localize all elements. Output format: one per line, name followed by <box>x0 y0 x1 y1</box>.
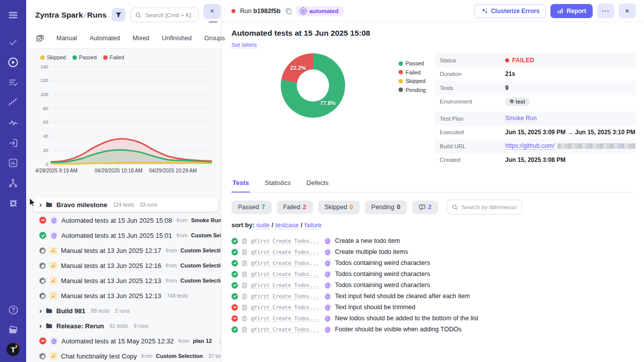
donut-legend-pending[interactable]: Pending <box>398 87 426 93</box>
test-plan-link[interactable]: Smoke Run <box>505 115 537 122</box>
folders-icon[interactable] <box>6 323 20 337</box>
test-suite-link[interactable]: @first Create Todos... <box>251 326 319 333</box>
test-suite-link[interactable]: @first Create Todos... <box>251 260 319 266</box>
pulse-icon[interactable] <box>6 116 20 130</box>
list-check-icon[interactable] <box>6 75 20 89</box>
chip-skipped[interactable]: Skipped0 <box>318 201 360 214</box>
test-suite-link[interactable]: @first Create Todos... <box>251 249 319 255</box>
runs-search[interactable] <box>130 8 199 22</box>
bar-chart-icon[interactable] <box>6 156 20 170</box>
test-row[interactable]: @first Create Todos...@Text input field … <box>231 291 636 302</box>
clusterize-errors-button[interactable]: Clusterize Errors <box>474 4 546 18</box>
detail-label: Test Plan <box>440 116 505 122</box>
mouse-cursor <box>29 198 36 207</box>
gear-icon[interactable] <box>6 196 20 210</box>
run-row[interactable]: Chat functinality test CopyfromCustom Se… <box>26 348 221 362</box>
tests-search-input[interactable] <box>461 204 517 211</box>
run-row[interactable]: Manual tests at 13 Jun 2025 12:13748 tes… <box>26 288 221 303</box>
test-suite-link[interactable]: @first Create Todos... <box>251 238 319 244</box>
steps-icon[interactable] <box>6 96 20 110</box>
chevron-right-icon[interactable]: › <box>39 322 42 329</box>
tab-tests[interactable]: Tests <box>231 177 250 193</box>
test-passed-icon <box>231 282 238 289</box>
test-row[interactable]: @first Create Todos...@Create multiple t… <box>231 246 636 257</box>
chip-comments[interactable]: 2 <box>412 201 438 214</box>
help-icon[interactable] <box>6 303 20 317</box>
chip-pending[interactable]: Pending0 <box>365 201 407 214</box>
branch-icon[interactable] <box>6 176 20 190</box>
resize-handle-icon[interactable]: ▬▬ <box>209 19 217 24</box>
report-button[interactable]: Report <box>550 4 593 18</box>
menu-icon[interactable] <box>6 8 20 22</box>
tab-statistics[interactable]: Statistics <box>264 177 292 193</box>
filter-button[interactable] <box>112 8 125 22</box>
legend-label: Passed <box>79 54 97 60</box>
import-icon[interactable] <box>6 136 20 150</box>
detail-row-environment: Environment⚙test <box>435 95 636 109</box>
trend-legend-failed[interactable]: Failed <box>103 54 124 60</box>
more-button[interactable]: ··· <box>597 4 614 18</box>
trend-legend-passed[interactable]: Passed <box>72 54 97 60</box>
donut-legend-skipped[interactable]: Skipped <box>398 78 426 84</box>
tab-defects[interactable]: Defects <box>305 177 330 193</box>
close-panel-button[interactable]: × <box>204 4 220 18</box>
run-row[interactable]: Manual tests at 13 Jun 2025 12:16fromCus… <box>26 258 221 273</box>
automated-badge[interactable]: @ automated <box>296 6 344 16</box>
runs-tab-automated[interactable]: Automated <box>90 35 120 42</box>
chip-passed[interactable]: Passed7 <box>231 201 272 214</box>
test-suite-link[interactable]: @first Create Todos... <box>251 293 319 300</box>
test-row[interactable]: @first Create Todos...@Todos containing … <box>231 268 636 280</box>
check-mark-icon[interactable] <box>6 35 20 49</box>
test-row[interactable]: @first Create Todos...@Text input should… <box>231 302 636 313</box>
test-suite-link[interactable]: @first Create Todos... <box>251 271 319 278</box>
donut-legend-failed[interactable]: Failed <box>398 69 426 75</box>
tests-search[interactable] <box>447 200 522 215</box>
build-url-value: https://github.com/ <box>505 142 636 150</box>
in-progress-status-icon <box>39 247 46 254</box>
group-runs-count: 2 runs <box>115 308 130 314</box>
runs-tab-manual[interactable]: Manual <box>56 35 77 42</box>
test-row[interactable]: @first Create Todos...@Footer should be … <box>231 324 636 335</box>
play-circle-icon[interactable] <box>6 55 20 69</box>
copy-run-id-icon[interactable] <box>285 8 292 15</box>
group-runs-count: 33 runs <box>140 202 157 208</box>
breadcrumb-project[interactable]: Zyntra Spark <box>35 11 83 19</box>
run-row-title: Automated tests at 15 May 2025 12:32 <box>61 337 174 345</box>
run-row[interactable]: @Automated tests at 15 May 2025 12:32fro… <box>26 333 221 348</box>
run-tests-count: 748 tests <box>167 293 188 299</box>
donut-legend-passed[interactable]: Passed <box>398 60 426 66</box>
test-suite-link[interactable]: @first Create Todos... <box>251 315 319 322</box>
run-group-row[interactable]: ›Bravo milestone124 tests33 runs <box>33 198 218 212</box>
runs-search-input[interactable] <box>144 12 194 19</box>
test-row[interactable]: @first Create Todos...@Todos containing … <box>231 257 636 268</box>
run-row[interactable]: @Automated tests at 15 Jun 2025 15:01fro… <box>26 228 221 243</box>
sort-by-failure[interactable]: failure <box>304 222 321 229</box>
trend-legend-skipped[interactable]: Skipped <box>40 54 66 60</box>
build-url-link[interactable]: https://github.com/ <box>505 142 554 150</box>
sort-by-testcase[interactable]: testcase <box>275 222 299 229</box>
test-row[interactable]: @first Create Todos...@Todos containing … <box>231 280 636 291</box>
run-row[interactable]: Manual tests at 13 Jun 2025 12:13fromCus… <box>26 273 221 288</box>
runs-tab-unfinished[interactable]: Unfinished <box>162 35 192 42</box>
sort-by-suite[interactable]: suite <box>256 222 269 229</box>
run-row[interactable]: @Automated tests at 15 Jun 2025 15:08fro… <box>26 213 221 228</box>
close-run-button[interactable]: × <box>619 4 636 18</box>
runs-tab-mixed[interactable]: Mixed <box>132 35 149 42</box>
run-group-row[interactable]: ›Build 98188 tests2 runs <box>26 303 221 318</box>
test-suite-link[interactable]: @first Create Todos... <box>251 304 319 311</box>
environment-badge[interactable]: ⚙test <box>505 98 530 106</box>
run-from-label: from <box>166 262 177 268</box>
run-row[interactable]: Manual tests at 13 Jun 2025 12:17fromCus… <box>26 243 221 258</box>
logo-avatar[interactable]: T <box>7 343 20 356</box>
chip-failed[interactable]: Failed2 <box>277 201 313 214</box>
chevron-right-icon[interactable]: › <box>39 201 42 208</box>
chevron-right-icon[interactable]: › <box>39 307 42 314</box>
test-row[interactable]: @first Create Todos...@Create a new todo… <box>231 235 636 246</box>
test-suite-link[interactable]: @first Create Todos... <box>251 282 319 289</box>
select-all-runs-icon[interactable] <box>36 34 44 42</box>
set-labels-link[interactable]: Set labels <box>231 42 257 48</box>
run-source: Custom Selection <box>156 353 203 359</box>
test-row[interactable]: @first Create Todos...@New todos should … <box>231 313 636 324</box>
run-group-row[interactable]: ›Release: Rerun61 tests9 runs <box>26 318 221 333</box>
runs-tab-groups[interactable]: Groups <box>204 35 225 42</box>
